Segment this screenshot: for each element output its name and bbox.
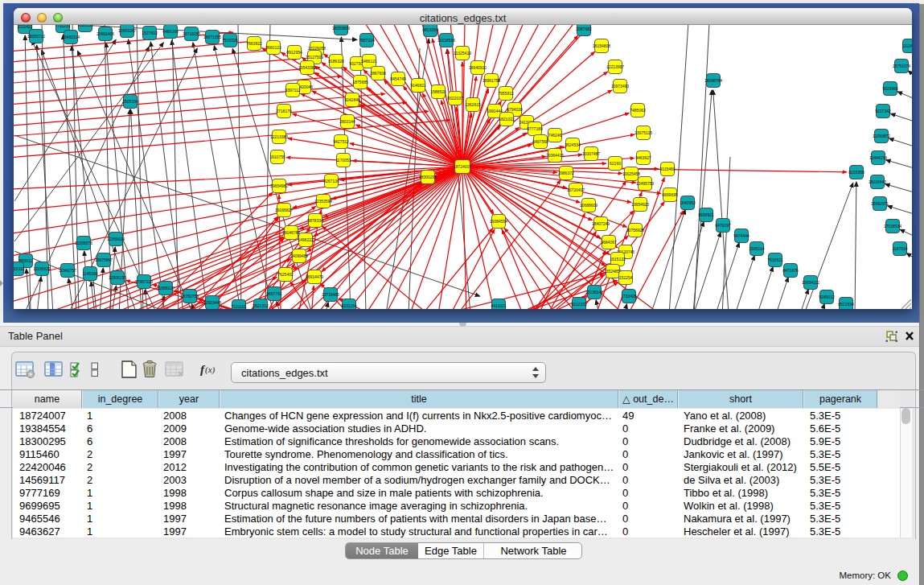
svg-text:16046786: 16046786 xyxy=(282,230,300,235)
svg-text:8912954: 8912954 xyxy=(286,50,302,55)
svg-text:12444154: 12444154 xyxy=(869,155,887,160)
svg-text:8660123: 8660123 xyxy=(265,45,281,50)
svg-text:1145190: 1145190 xyxy=(82,271,97,276)
svg-text:5521312: 5521312 xyxy=(253,303,269,308)
svg-text:16210643: 16210643 xyxy=(869,179,886,184)
svg-text:2803144: 2803144 xyxy=(339,119,355,124)
svg-text:13716485: 13716485 xyxy=(322,292,339,297)
svg-text:8212231: 8212231 xyxy=(571,302,587,307)
svg-text:19654982: 19654982 xyxy=(270,183,288,188)
svg-text:1821022: 1821022 xyxy=(499,117,515,122)
svg-text:10307487: 10307487 xyxy=(582,151,600,156)
svg-text:8938921: 8938921 xyxy=(698,212,714,217)
svg-text:19166827: 19166827 xyxy=(275,208,293,212)
svg-text:9227342: 9227342 xyxy=(875,109,891,113)
svg-text:11156829: 11156829 xyxy=(33,266,51,271)
svg-text:11958107: 11958107 xyxy=(157,286,175,290)
svg-text:152254: 152254 xyxy=(619,275,633,280)
svg-text:8471676: 8471676 xyxy=(782,268,799,273)
svg-text:2087682: 2087682 xyxy=(576,27,592,31)
svg-text:7485063: 7485063 xyxy=(630,108,646,113)
svg-text:7625402: 7625402 xyxy=(277,272,294,277)
svg-text:6497568: 6497568 xyxy=(532,139,548,144)
svg-text:1640953: 1640953 xyxy=(680,200,696,205)
svg-text:12359924: 12359924 xyxy=(107,237,125,241)
svg-text:12505155: 12505155 xyxy=(109,275,126,280)
svg-text:2986372: 2986372 xyxy=(558,171,574,175)
svg-text:5878334: 5878334 xyxy=(307,218,323,223)
svg-text:6479197: 6479197 xyxy=(715,223,731,228)
svg-text:5466121: 5466121 xyxy=(361,59,377,64)
svg-text:6699695: 6699695 xyxy=(662,192,678,197)
svg-text:7857224: 7857224 xyxy=(359,38,375,43)
svg-text:18300295: 18300295 xyxy=(419,175,437,179)
svg-text:9242848: 9242848 xyxy=(344,97,360,102)
svg-text:7121101: 7121101 xyxy=(231,304,246,309)
svg-text:1915312: 1915312 xyxy=(14,266,25,271)
svg-text:8813054: 8813054 xyxy=(422,27,438,32)
svg-text:9397112: 9397112 xyxy=(285,88,300,93)
svg-text:10218596: 10218596 xyxy=(437,38,455,43)
svg-text:1615132: 1615132 xyxy=(610,257,626,262)
svg-text:10654112: 10654112 xyxy=(802,280,819,285)
svg-text:8454749: 8454749 xyxy=(390,76,406,81)
svg-text:9463627: 9463627 xyxy=(635,155,651,160)
svg-text:1527602: 1527602 xyxy=(142,31,158,35)
svg-text:13495759: 13495759 xyxy=(636,181,654,186)
svg-text:6794028: 6794028 xyxy=(507,107,523,112)
svg-text:9657791: 9657791 xyxy=(266,291,282,296)
svg-text:9777169: 9777169 xyxy=(527,126,543,131)
svg-text:19384554: 19384554 xyxy=(490,219,507,224)
svg-text:1112415: 1112415 xyxy=(902,43,912,48)
svg-text:17957223: 17957223 xyxy=(135,279,153,284)
svg-text:20482114: 20482114 xyxy=(62,35,80,39)
svg-text:16914479: 16914479 xyxy=(306,274,323,279)
svg-text:10688609: 10688609 xyxy=(580,203,598,208)
svg-text:20756928: 20756928 xyxy=(626,228,644,233)
svg-text:9146821: 9146821 xyxy=(410,83,426,88)
svg-text:12213967: 12213967 xyxy=(606,64,624,69)
svg-text:8186328: 8186328 xyxy=(328,59,344,64)
svg-text:16053809: 16053809 xyxy=(332,26,350,31)
svg-text:10025458: 10025458 xyxy=(622,171,640,176)
svg-text:9329966: 9329966 xyxy=(882,86,898,91)
svg-text:7955812: 7955812 xyxy=(498,91,514,96)
svg-text:1170053: 1170053 xyxy=(335,158,351,163)
svg-text:18724007: 18724007 xyxy=(454,164,471,169)
svg-text:23226058: 23226058 xyxy=(308,46,326,51)
svg-text:8322037: 8322037 xyxy=(447,96,463,101)
svg-text:16048784: 16048784 xyxy=(704,78,722,83)
svg-text:8267130: 8267130 xyxy=(323,179,339,183)
svg-text:19975867: 19975867 xyxy=(95,257,113,262)
svg-text:(x): (x) xyxy=(205,365,216,375)
svg-text:6521534: 6521534 xyxy=(838,302,854,307)
svg-text:1498222: 1498222 xyxy=(298,237,314,242)
svg-text:10973493: 10973493 xyxy=(611,84,629,89)
svg-text:12213383: 12213383 xyxy=(270,134,288,139)
svg-text:16640910: 16640910 xyxy=(469,65,487,70)
svg-text:18407249: 18407249 xyxy=(592,221,610,226)
svg-text:10720407: 10720407 xyxy=(567,187,585,192)
svg-text:20691406: 20691406 xyxy=(97,31,114,36)
svg-text:1167534: 1167534 xyxy=(892,246,907,251)
svg-text:7515526: 7515526 xyxy=(222,38,238,43)
svg-text:1588520: 1588520 xyxy=(430,89,446,94)
svg-text:2211422: 2211422 xyxy=(17,25,32,29)
svg-text:1875685: 1875685 xyxy=(352,80,368,84)
svg-text:16961758: 16961758 xyxy=(483,78,500,83)
svg-text:12093872: 12093872 xyxy=(873,134,890,138)
svg-text:2505334: 2505334 xyxy=(122,99,138,104)
svg-text:13654923: 13654923 xyxy=(631,202,649,207)
svg-text:1610755: 1610755 xyxy=(269,154,285,159)
svg-text:18055712: 18055712 xyxy=(27,34,45,39)
svg-text:2935114: 2935114 xyxy=(749,246,764,251)
svg-text:9427512: 9427512 xyxy=(333,139,349,144)
svg-text:16671355: 16671355 xyxy=(203,35,221,39)
svg-text:15136141: 15136141 xyxy=(585,290,603,295)
svg-text:11325419: 11325419 xyxy=(454,51,471,56)
svg-text:10653287: 10653287 xyxy=(118,28,136,33)
svg-text:12353594: 12353594 xyxy=(314,199,332,204)
svg-text:20206576: 20206576 xyxy=(75,241,92,245)
svg-text:14099489: 14099489 xyxy=(290,253,308,258)
svg-text:8215958: 8215958 xyxy=(848,170,864,175)
